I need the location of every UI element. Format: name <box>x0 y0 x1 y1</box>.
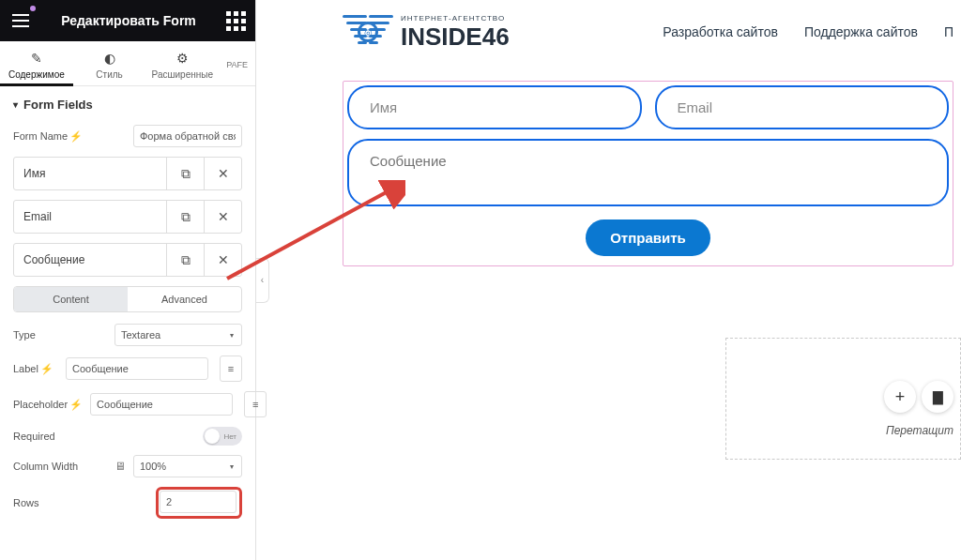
fields-list: Имя ⧉ ✕ Email ⧉ ✕ Сообщение ⧉ ✕ <box>13 157 242 277</box>
type-label: Type <box>13 329 107 341</box>
prop-type: Type Textarea <box>13 324 242 346</box>
nav-item[interactable]: П <box>944 24 953 39</box>
form-name-input[interactable] <box>133 125 242 147</box>
form-name-label: Form Name⚡ <box>13 130 83 143</box>
close-icon[interactable]: ✕ <box>204 244 241 276</box>
prop-colwidth: Column Width 🖥 100% <box>13 455 242 477</box>
name-field[interactable] <box>347 85 642 129</box>
placeholder-input[interactable] <box>90 393 233 416</box>
logo-title: INSIDE46 <box>401 24 510 49</box>
required-toggle[interactable]: Нет <box>203 427 242 446</box>
tab-advanced-label: Расширенные <box>152 69 213 80</box>
site-logo[interactable]: ◎ ИНТЕРНЕТ-АГЕНТСТВО INSIDE46 <box>343 15 510 49</box>
editor-panel: Редактировать Form ✎ Содержимое ◐ Стиль … <box>0 0 256 560</box>
tab-style-label: Стиль <box>96 69 122 80</box>
colwidth-label: Column Width <box>13 461 107 472</box>
nav-menu: Разработка сайтов Поддержка сайтов П <box>663 24 953 39</box>
duplicate-icon[interactable]: ⧉ <box>166 244 204 276</box>
dynamic-icon[interactable]: ⚡ <box>69 130 83 142</box>
plus-icon[interactable]: + <box>884 381 916 413</box>
close-icon[interactable]: ✕ <box>204 158 241 189</box>
submit-button[interactable]: Отправить <box>586 219 710 256</box>
field-item-label: Сообщение <box>14 244 166 276</box>
menu-icon[interactable] <box>8 8 34 34</box>
field-item-label: Имя <box>14 158 166 189</box>
gear-icon: ⚙ <box>145 51 219 66</box>
dynamic-icon[interactable]: ⚡ <box>69 399 83 410</box>
tab-content[interactable]: ✎ Содержимое <box>0 41 73 85</box>
form-widget[interactable]: Отправить <box>343 81 953 266</box>
field-item-label: Email <box>14 201 166 233</box>
nav-item[interactable]: Поддержка сайтов <box>804 24 918 39</box>
field-item[interactable]: Имя ⧉ ✕ <box>13 157 242 190</box>
logo-subtitle: ИНТЕРНЕТ-АГЕНТСТВО <box>401 15 510 23</box>
prop-required: Required Нет <box>13 427 242 446</box>
add-buttons: + ▇ <box>884 381 953 413</box>
duplicate-icon[interactable]: ⧉ <box>166 201 204 233</box>
duplicate-icon[interactable]: ⧉ <box>166 158 204 189</box>
pencil-icon: ✎ <box>0 51 73 66</box>
label-label: Label⚡ <box>13 363 58 375</box>
apps-icon[interactable] <box>223 8 248 33</box>
form-name-row: Form Name⚡ <box>13 125 242 147</box>
desktop-icon[interactable]: 🖥 <box>114 460 126 473</box>
preview-area: ◎ ИНТЕРНЕТ-АГЕНТСТВО INSIDE46 Разработка… <box>256 0 961 560</box>
dynamic-icon[interactable]: ⚡ <box>40 363 53 374</box>
target-icon: ◎ <box>358 22 378 42</box>
tab-advanced[interactable]: ⚙ Расширенные <box>145 41 219 85</box>
rows-input[interactable] <box>160 491 236 513</box>
logo-mark: ◎ <box>343 15 393 49</box>
tab-content-label: Содержимое <box>8 69 65 80</box>
field-subtabs: Content Advanced <box>13 286 242 312</box>
logo-text: ИНТЕРНЕТ-АГЕНТСТВО INSIDE46 <box>401 15 510 49</box>
drag-hint: Перетащит <box>886 424 953 437</box>
tab-pafe-label: PAFE <box>226 60 248 69</box>
section-heading[interactable]: Form Fields <box>13 98 242 112</box>
prop-rows: Rows <box>13 487 242 519</box>
tab-style[interactable]: ◐ Стиль <box>73 41 146 85</box>
form-row <box>347 85 949 129</box>
close-icon[interactable]: ✕ <box>204 201 241 233</box>
field-item[interactable]: Сообщение ⧉ ✕ <box>13 243 242 277</box>
contrast-icon: ◐ <box>73 51 146 66</box>
panel-title: Редактировать Form <box>41 13 216 28</box>
section-heading-text: Form Fields <box>23 98 93 112</box>
email-field[interactable] <box>655 85 950 129</box>
message-field[interactable] <box>347 139 949 206</box>
label-input[interactable] <box>66 357 208 380</box>
subtab-advanced[interactable]: Advanced <box>128 287 241 311</box>
rows-label: Rows <box>13 497 107 508</box>
rows-highlight <box>156 487 242 519</box>
tab-pafe[interactable]: PAFE <box>219 41 255 85</box>
required-label: Required <box>13 431 107 442</box>
type-select[interactable]: Textarea <box>114 324 242 346</box>
field-item[interactable]: Email ⧉ ✕ <box>13 200 242 234</box>
site-header: ◎ ИНТЕРНЕТ-АГЕНТСТВО INSIDE46 Разработка… <box>343 15 953 49</box>
prop-placeholder: Placeholder⚡ ≡ <box>13 391 242 417</box>
collapse-handle[interactable]: ‹ <box>256 258 269 303</box>
folder-icon[interactable]: ▇ <box>922 381 953 413</box>
main-tabs: ✎ Содержимое ◐ Стиль ⚙ Расширенные PAFE <box>0 41 255 86</box>
subtab-content[interactable]: Content <box>14 287 128 311</box>
placeholder-label: Placeholder⚡ <box>13 399 83 411</box>
colwidth-select[interactable]: 100% <box>133 455 242 477</box>
form-fields-section: Form Fields Form Name⚡ Имя ⧉ ✕ Email ⧉ ✕… <box>0 86 255 539</box>
panel-header: Редактировать Form <box>0 0 255 41</box>
nav-item[interactable]: Разработка сайтов <box>663 24 778 39</box>
prop-field-label: Label⚡ ≡ <box>13 356 242 382</box>
dynamic-tags-icon[interactable]: ≡ <box>220 356 242 382</box>
